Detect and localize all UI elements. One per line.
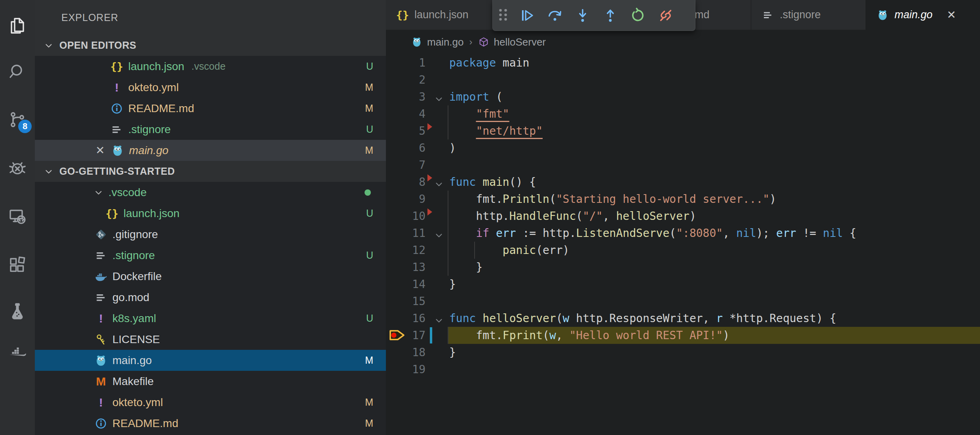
tree-item-main.go[interactable]: main.goM: [35, 350, 386, 371]
breadcrumb-separator: ›: [469, 36, 473, 48]
fold-chevron-icon[interactable]: [434, 177, 444, 187]
git-file-icon: [94, 228, 108, 241]
step-over-button[interactable]: [541, 3, 569, 28]
line-number: 6: [386, 139, 425, 156]
open-editor-README.md[interactable]: README.mdM: [35, 98, 386, 119]
close-icon[interactable]: ✕: [93, 144, 107, 157]
gopher-file-icon: [94, 354, 108, 367]
open-editor-main.go[interactable]: ✕main.goM: [35, 140, 386, 161]
exclaim-file-icon: !: [110, 81, 123, 94]
code-line-13: 13 }: [386, 259, 980, 276]
line-number: 2: [386, 71, 425, 88]
gutter-marker-icon: [427, 204, 433, 212]
line-number: 1: [386, 54, 425, 71]
code-line-1: 1package main: [386, 54, 980, 71]
code-line-19: 19: [386, 361, 980, 378]
tree-item-go.mod[interactable]: go.mod: [35, 287, 386, 308]
search-icon: [8, 62, 27, 81]
tree-item-.stignore[interactable]: .stignoreU: [35, 245, 386, 266]
remote-icon: [8, 207, 27, 226]
toolbar-drag-handle[interactable]: [493, 3, 513, 28]
breadcrumb-symbol[interactable]: helloServer: [494, 36, 546, 48]
step-out-button[interactable]: [596, 3, 624, 28]
line-number: 5: [386, 122, 425, 139]
fold-chevron-icon[interactable]: [434, 92, 444, 102]
git-status-dot: [365, 189, 371, 196]
step-into-button[interactable]: [569, 3, 596, 28]
line-number: 7: [386, 156, 425, 174]
continue-button[interactable]: [513, 3, 541, 28]
lines-file-icon: [94, 291, 108, 304]
activity-run-and-debug[interactable]: [0, 149, 35, 187]
code-line-8: 8func main() {: [386, 174, 980, 191]
code-line-4: 4 "fmt": [386, 105, 980, 122]
tab-.stignore[interactable]: .stignore: [751, 0, 866, 30]
m-file-icon: M: [94, 375, 108, 388]
explorer-sidebar: EXPLORER OPEN EDITORS{}launch.json.vscod…: [35, 0, 386, 435]
key-file-icon: [94, 333, 108, 346]
indent-guide: [448, 208, 448, 225]
continue-icon: [519, 7, 536, 24]
breadcrumb-file[interactable]: main.go: [427, 36, 464, 48]
docker-file-file-icon: [94, 270, 108, 283]
lines-file-icon: [94, 249, 108, 262]
code-line-2: 2: [386, 71, 980, 88]
open-editor-launch.json[interactable]: {}launch.json.vscodeU: [35, 56, 386, 77]
tree-item-okteto.yml[interactable]: !okteto.ymlM: [35, 392, 386, 413]
tree-item-launch.json[interactable]: {}launch.jsonU: [35, 203, 386, 224]
activity-remote-explorer[interactable]: [0, 197, 35, 235]
activity-docker[interactable]: [0, 335, 35, 373]
disconnect-icon: [657, 7, 674, 24]
sidebar-title-label: EXPLORER: [61, 12, 118, 23]
fold-chevron-icon[interactable]: [434, 228, 444, 238]
close-icon[interactable]: ✕: [947, 8, 956, 21]
code-text: func main() {: [449, 174, 536, 191]
code-line-18: 18}: [386, 344, 980, 361]
gripper-icon: [493, 5, 513, 26]
activity-extensions[interactable]: [0, 246, 35, 284]
restart-button[interactable]: [624, 3, 652, 28]
indent-guide: [448, 259, 448, 276]
gopher-file-icon: [411, 36, 422, 48]
line-number: 11: [386, 225, 425, 242]
line-number: 17: [386, 327, 425, 344]
tab-main.go[interactable]: main.go✕: [866, 0, 980, 30]
chevron-down-icon: [44, 40, 54, 51]
tab-launch.json[interactable]: {}launch.json: [386, 0, 495, 30]
tree-item-LICENSE[interactable]: LICENSE: [35, 329, 386, 350]
sidebar-title: EXPLORER: [35, 0, 386, 35]
git-status-badge: M: [365, 145, 373, 156]
files-icon: [8, 16, 27, 35]
fold-chevron-icon[interactable]: [434, 313, 444, 324]
activity-testing[interactable]: [0, 292, 35, 330]
indent-guide: [448, 105, 448, 122]
tree-item-k8s.yaml[interactable]: !k8s.yamlU: [35, 308, 386, 329]
tree-item-README.md[interactable]: README.mdM: [35, 413, 386, 434]
debug-cursor: [430, 327, 432, 343]
tree-item-.gitignore[interactable]: .gitignore: [35, 224, 386, 245]
git-status-badge: U: [366, 124, 373, 135]
debug-toolbar: [492, 0, 695, 31]
bug-icon: [8, 158, 27, 177]
step-into-icon: [574, 7, 591, 24]
tree-item-Dockerfile[interactable]: Dockerfile: [35, 266, 386, 287]
activity-source-control[interactable]: 8: [0, 101, 35, 139]
step-over-icon: [547, 7, 563, 24]
open-editor-okteto.yml[interactable]: !okteto.ymlM: [35, 77, 386, 98]
activity-search[interactable]: [0, 52, 35, 90]
section-header-open-editors[interactable]: OPEN EDITORS: [35, 35, 386, 56]
open-editor-.stignore[interactable]: .stignoreU: [35, 119, 386, 140]
code-line-6: 6): [386, 139, 980, 156]
activity-explorer[interactable]: [0, 6, 35, 44]
section-header-go-getting-started[interactable]: GO-GETTING-STARTED: [35, 161, 386, 182]
line-number: 8: [386, 174, 425, 191]
lines-file-icon: [110, 123, 123, 136]
gutter-marker-icon: [427, 118, 433, 126]
tree-item-.vscode[interactable]: .vscode: [35, 182, 386, 203]
disconnect-button[interactable]: [652, 3, 680, 28]
code-editor[interactable]: 1package main23import (4 "fmt"5 "net/htt…: [386, 54, 980, 435]
code-line-7: 7: [386, 156, 980, 174]
line-number: 16: [386, 310, 425, 327]
indent-guide: [448, 191, 448, 208]
tree-item-Makefile[interactable]: MMakefile: [35, 371, 386, 392]
